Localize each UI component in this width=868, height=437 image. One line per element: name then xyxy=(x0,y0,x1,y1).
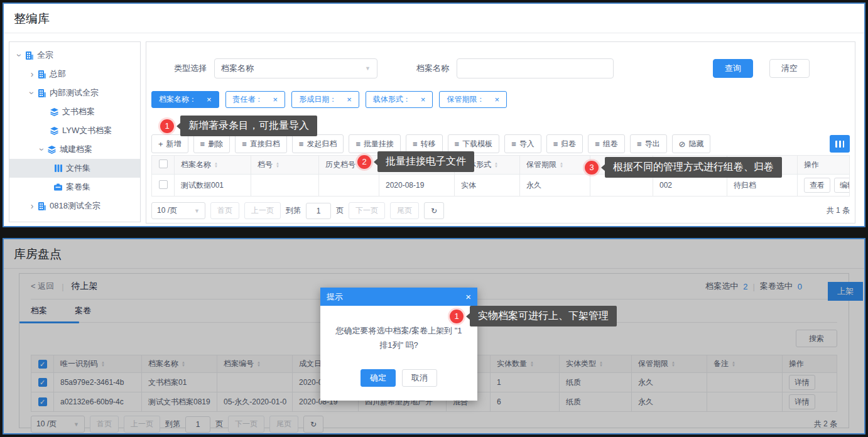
archive-name-label: 档案名称 xyxy=(416,63,449,74)
page-unit-label: 页 xyxy=(336,205,344,216)
last-page-button[interactable]: 尾页 xyxy=(390,202,419,219)
batch-link-button[interactable]: ≡批量挂接 xyxy=(349,134,401,153)
chevron-down-icon: ▼ xyxy=(365,65,371,72)
sort-icon[interactable]: ▲▼ xyxy=(276,162,279,168)
chevron-right-icon[interactable]: › xyxy=(27,201,37,211)
download-template-button[interactable]: ≡下载模板 xyxy=(448,134,500,153)
plus-icon: + xyxy=(158,139,163,149)
close-icon[interactable]: × xyxy=(347,95,352,104)
chevron-down-icon: ▼ xyxy=(194,208,200,214)
delete-button[interactable]: ≡删除 xyxy=(193,134,231,153)
chevron-down-icon[interactable]: › xyxy=(37,144,47,154)
callout-tooltip: 新增著录条目，可批量导入 xyxy=(180,116,317,136)
archive-tree: › 全宗 › 总部 › 内部测试全宗 文书档案 L xyxy=(9,41,141,222)
reorganize-library-panel: 整编库 › 全宗 › 总部 › 内部测试全宗 文书档案 xyxy=(3,3,865,227)
query-button[interactable]: 查询 xyxy=(713,59,753,78)
sort-icon[interactable]: ▲▼ xyxy=(214,162,218,168)
close-icon[interactable]: × xyxy=(494,95,499,104)
list-icon: ≡ xyxy=(200,139,205,149)
first-page-button[interactable]: 首页 xyxy=(210,202,239,219)
initiate-archive-button[interactable]: ≡发起归档 xyxy=(292,134,344,153)
prev-page-button[interactable]: 上一页 xyxy=(244,202,281,219)
top-panel-header: 整编库 xyxy=(4,4,864,33)
tree-item-anjuanji[interactable]: 案卷集 xyxy=(9,178,140,197)
callout-1: 1 实物档案可进行上、下架管理 xyxy=(450,306,617,326)
filter-tag-archive-name[interactable]: 档案名称： × xyxy=(151,91,219,108)
refresh-button[interactable]: ↻ xyxy=(424,202,444,219)
callout-badge: 1 xyxy=(450,310,464,323)
list-icon: ≡ xyxy=(413,139,418,149)
callout-badge: 2 xyxy=(357,155,371,169)
close-icon[interactable]: × xyxy=(207,95,212,104)
callout-tooltip: 根据不同的管理方式进行组卷、归卷 xyxy=(605,157,782,178)
refresh-icon: ↻ xyxy=(431,207,437,215)
tree-item-wenjianji[interactable]: 文件集 xyxy=(9,159,140,178)
filter-tag-form-date[interactable]: 形成日期： × xyxy=(291,91,359,108)
chevron-right-icon[interactable]: › xyxy=(27,69,37,79)
confirm-dialog: 提示 × 您确定要将选中档案/案卷上架到 "1排1列" 吗? 确定 取消 xyxy=(320,288,477,401)
list-icon: ≡ xyxy=(595,139,600,149)
warehouse-inventory-panel: 库房盘点 上架 < 返回 | 待上架 档案选中 2 | 案卷选中 0 档案 案卷… xyxy=(3,238,865,434)
row-checkbox[interactable] xyxy=(159,180,168,189)
hide-button[interactable]: ⊘隐藏 xyxy=(672,134,711,153)
tree-item-quanzong[interactable]: › 全宗 xyxy=(9,46,140,65)
tree-item-label: 城建档案 xyxy=(60,144,92,155)
direct-archive-button[interactable]: ≡直接归档 xyxy=(235,134,287,153)
column-settings-button[interactable] xyxy=(830,135,850,153)
filter-tag-responsible[interactable]: 责任者： × xyxy=(225,91,286,108)
tree-item-label: 文书档案 xyxy=(62,106,95,117)
org-icon xyxy=(37,202,46,210)
callout-badge: 3 xyxy=(585,161,599,175)
grid-icon xyxy=(53,165,63,172)
page-number-input[interactable] xyxy=(306,203,331,219)
tree-item-lyw-wenshu[interactable]: LYW文书档案 xyxy=(9,121,140,140)
list-icon: ≡ xyxy=(242,139,247,149)
confirm-button[interactable]: 确定 xyxy=(361,369,396,387)
edit-button[interactable]: 编辑 xyxy=(834,178,850,193)
sort-icon[interactable]: ▲▼ xyxy=(560,162,563,168)
tree-item-neibu-ceshi[interactable]: › 内部测试全宗 xyxy=(9,84,140,102)
chevron-down-icon[interactable]: › xyxy=(14,50,24,60)
close-icon[interactable]: × xyxy=(465,291,471,302)
filter-tag-label: 保管期限： xyxy=(447,94,484,105)
org-icon xyxy=(37,89,46,97)
archive-name-input[interactable] xyxy=(457,58,614,78)
chevron-down-icon[interactable]: › xyxy=(27,88,37,98)
view-button[interactable]: 查看 xyxy=(804,178,830,193)
file-into-volume-button[interactable]: ≡归卷 xyxy=(546,134,583,153)
import-button[interactable]: ≡导入 xyxy=(504,134,541,153)
callout-tooltip: 批量挂接电子文件 xyxy=(377,151,474,172)
callout-2: 2 批量挂接电子文件 xyxy=(357,151,474,172)
filter-tag-label: 载体形式： xyxy=(373,94,411,105)
filter-tag-carrier[interactable]: 载体形式： × xyxy=(366,91,433,108)
pagination: 10 /页 ▼ 首页 上一页 到第 页 下一页 尾页 ↻ 共 1 条 xyxy=(151,202,850,219)
select-all-checkbox[interactable] xyxy=(159,159,168,168)
cell-form-date: 2020-08-19 xyxy=(379,175,455,197)
tree-item-zongbu[interactable]: › 总部 xyxy=(9,65,140,84)
layers-icon xyxy=(50,127,59,135)
total-count: 共 1 条 xyxy=(827,205,850,216)
add-button[interactable]: +新增 xyxy=(151,134,188,153)
list-icon: ≡ xyxy=(511,139,516,149)
transfer-button[interactable]: ≡转移 xyxy=(406,134,443,153)
export-button[interactable]: ≡导出 xyxy=(630,134,667,153)
next-page-button[interactable]: 下一页 xyxy=(349,202,385,219)
close-icon[interactable]: × xyxy=(421,95,426,104)
clear-button[interactable]: 清空 xyxy=(769,59,810,78)
tree-item-label: 总部 xyxy=(50,68,66,80)
sort-icon[interactable]: ▲▼ xyxy=(494,162,498,168)
column-settings-icon xyxy=(835,141,844,148)
page-size-select[interactable]: 10 /页 ▼ xyxy=(151,202,205,219)
type-select[interactable]: 档案名称 ▼ xyxy=(214,58,377,78)
callout-1: 1 新增著录条目，可批量导入 xyxy=(160,116,317,136)
close-icon[interactable]: × xyxy=(273,95,278,104)
tree-item-wenshu[interactable]: 文书档案 xyxy=(9,102,140,121)
eye-off-icon: ⊘ xyxy=(679,139,686,149)
group-volume-button[interactable]: ≡组卷 xyxy=(588,134,625,153)
list-icon: ≡ xyxy=(299,139,304,149)
tree-item-label: 案卷集 xyxy=(66,181,90,193)
cancel-button[interactable]: 取消 xyxy=(402,369,437,387)
filter-tag-retention[interactable]: 保管期限： × xyxy=(439,91,507,108)
tree-item-chengjian[interactable]: › 城建档案 xyxy=(9,140,140,159)
tree-item-0818[interactable]: › 0818测试全宗 xyxy=(9,197,140,215)
